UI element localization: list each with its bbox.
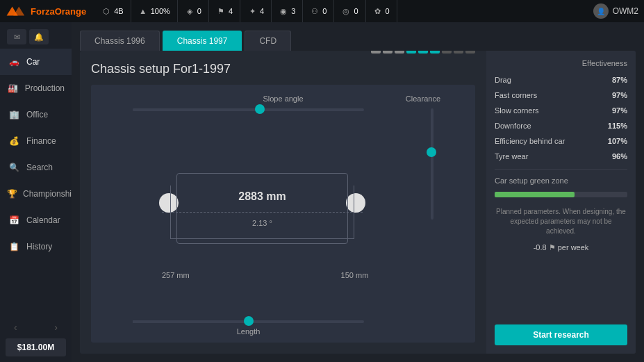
- sidebar-bottom: ‹ › $181.00M: [0, 319, 72, 362]
- budget-display: $181.00M: [6, 338, 66, 356]
- bracket-left: [170, 186, 171, 239]
- eff-efficiency: Efficiency behind car 107%: [495, 135, 627, 147]
- eff-downforce: Downforce 115%: [495, 120, 627, 131]
- length-slider-wrap: Length: [133, 320, 364, 336]
- eff-drag: Drag 87%: [495, 74, 627, 85]
- slope-slider[interactable]: [133, 108, 364, 111]
- stat-speed: ▲ 100%: [131, 0, 178, 22]
- tab-cfd[interactable]: CFD: [245, 31, 291, 51]
- arrow-left-icon[interactable]: ‹: [14, 322, 17, 333]
- tab-chassis1996[interactable]: Chassis 1996: [80, 31, 160, 51]
- target-icon: ◎: [341, 6, 351, 16]
- body-shape: [176, 173, 349, 244]
- sidebar-item-championship[interactable]: 🏆 Championship: [0, 181, 72, 207]
- chassis-tabs: Chassis 1996 Chassis 1997 CFD: [72, 22, 644, 51]
- clearance-slider[interactable]: [431, 108, 434, 220]
- effectiveness-title: Effectiveness: [495, 59, 627, 67]
- stat-people: ⚑ 4: [209, 0, 240, 22]
- sidebar-item-history[interactable]: 📋 History: [0, 233, 72, 260]
- length-slider[interactable]: [133, 320, 364, 323]
- history-icon: 📋: [7, 240, 21, 254]
- cost-icon: ⚑: [549, 243, 558, 252]
- color-indicators: [371, 51, 475, 54]
- sidebar: ✉ 🔔 🚗 Car 🏭 Production 🏢 Office 💰 Financ…: [0, 22, 72, 362]
- stat-target: ◎ 0: [334, 0, 365, 22]
- dot-1: [371, 51, 381, 54]
- dot-7: [442, 51, 452, 54]
- chassis-visualization: 2883 mm 2.13 ° 257 mm 150 mm: [119, 123, 406, 301]
- top-bar: ForzaOrange ⬡ 4B ▲ 100% ◈ 0 ⚑ 4 ✦ 4 ◉ 3 …: [0, 0, 644, 22]
- green-zone-fill: [495, 192, 575, 197]
- dim-right: 150 mm: [341, 271, 369, 279]
- green-zone-label: Car setup green zone: [495, 176, 627, 185]
- wrench-icon: ✦: [247, 6, 257, 16]
- planned-note: Planned parameters. When designing, the …: [495, 207, 627, 236]
- tab-chassis1997[interactable]: Chassis 1997: [163, 31, 242, 51]
- eff-fast-corners: Fast corners 97%: [495, 90, 627, 101]
- dot-2: [383, 51, 393, 54]
- sidebar-nav-arrows: ‹ ›: [0, 319, 72, 336]
- sidebar-item-production[interactable]: 🏭 Production: [0, 75, 72, 101]
- stat-wrench: ✦ 4: [240, 0, 272, 22]
- finance-icon: 💰: [7, 134, 21, 148]
- avatar: 👤: [593, 3, 609, 19]
- app-logo: ForzaOrange: [6, 4, 86, 18]
- search-icon: 🔍: [7, 161, 21, 174]
- stat-battery: ⬡ 4B: [94, 0, 131, 22]
- slope-angle-label: Slope angle: [263, 94, 303, 103]
- sidebar-item-finance[interactable]: 💰 Finance: [0, 128, 72, 154]
- blue1-icon: ◈: [185, 6, 195, 16]
- arrow-right-icon[interactable]: ›: [54, 322, 58, 333]
- content-area: Chassis 1996 Chassis 1997 CFD Chassis se…: [72, 22, 644, 362]
- setup-title: Chassis setup For1-1997: [91, 62, 231, 76]
- right-panel: Effectiveness Drag 87% Fast corners 97% …: [486, 51, 636, 354]
- wheel-left: [159, 193, 179, 213]
- dot-8: [454, 51, 463, 54]
- dot-5: [418, 51, 428, 54]
- inbox-icon[interactable]: ✉: [7, 29, 26, 44]
- sidebar-item-calendar[interactable]: 📅 Calendar: [0, 207, 72, 233]
- stat-blue1: ◈ 0: [178, 0, 209, 22]
- start-research-button[interactable]: Start research: [495, 324, 627, 345]
- sidebar-item-search[interactable]: 🔍 Search: [0, 154, 72, 181]
- calendar-icon: 📅: [7, 213, 21, 227]
- stat-group: ⚇ 0: [303, 0, 334, 22]
- dot-9: [465, 51, 475, 54]
- sidebar-item-car[interactable]: 🚗 Car: [0, 49, 72, 75]
- per-week: -0.8 ⚑ per week: [495, 243, 627, 252]
- battery-icon: ⬡: [101, 6, 111, 16]
- chat-icon: ◉: [279, 6, 288, 16]
- sidebar-messages: ✉ 🔔: [0, 25, 72, 49]
- user-area[interactable]: 👤 OWM2: [586, 3, 638, 19]
- eff-slow-corners: Slow corners 97%: [495, 105, 627, 116]
- notification-icon[interactable]: 🔔: [29, 29, 49, 44]
- car-icon: 🚗: [7, 55, 21, 69]
- people-icon: ⚑: [216, 6, 226, 16]
- main-layout: ✉ 🔔 🚗 Car 🏭 Production 🏢 Office 💰 Financ…: [0, 22, 644, 362]
- title-row: Chassis setup For1-1997: [91, 62, 475, 85]
- wheel-right: [346, 193, 365, 213]
- group-icon: ⚇: [310, 6, 320, 16]
- chassis-diagram: Slope angle Clearance 2883 mm 2.1: [91, 85, 475, 343]
- stat-chat: ◉ 3: [272, 0, 303, 22]
- production-icon: 🏭: [7, 81, 19, 95]
- speed-icon: ▲: [138, 6, 148, 16]
- stat-star: ✿ 0: [366, 0, 397, 22]
- bracket-right: [354, 186, 354, 239]
- chassis-panel: Chassis setup For1-1997: [80, 51, 636, 354]
- length-label: Length: [133, 327, 364, 336]
- dot-6: [430, 51, 440, 54]
- divider: [495, 169, 627, 170]
- championship-icon: 🏆: [7, 187, 17, 201]
- setup-area: Chassis setup For1-1997: [80, 51, 486, 354]
- green-zone-bar: [495, 192, 627, 197]
- dot-3: [395, 51, 404, 54]
- sidebar-item-office[interactable]: 🏢 Office: [0, 101, 72, 128]
- eff-tyre-wear: Tyre wear 96%: [495, 151, 627, 162]
- dim-left: 257 mm: [162, 271, 190, 279]
- dot-4: [406, 51, 416, 54]
- clearance-label: Clearance: [406, 94, 440, 103]
- star-icon: ✿: [373, 6, 383, 16]
- office-icon: 🏢: [7, 108, 21, 122]
